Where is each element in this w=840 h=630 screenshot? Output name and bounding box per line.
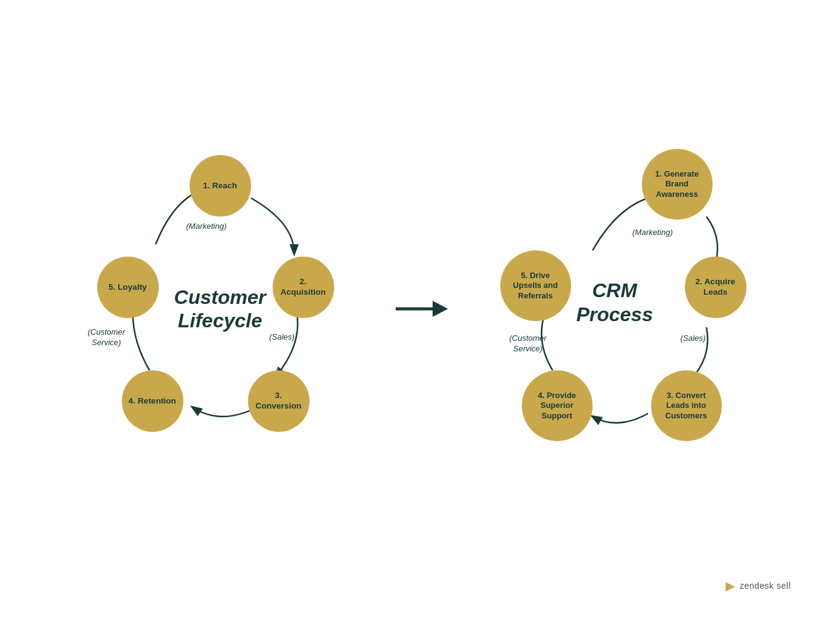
node-provide-support: 4. ProvideSuperiorSupport <box>522 370 593 441</box>
node-brand-awareness: 1. GenerateBrandAwareness <box>642 149 713 220</box>
connecting-arrow <box>393 293 448 324</box>
label-customer-service-left: (CustomerService) <box>88 327 126 348</box>
diagrams-wrapper: 1. Reach 2. Acquisition 3. Conversion 4.… <box>85 143 756 475</box>
svg-marker-1 <box>433 301 448 317</box>
node-acquisition: 2. Acquisition <box>273 257 334 318</box>
label-marketing-right: (Marketing) <box>633 228 673 238</box>
node-conversion: 3. Conversion <box>248 370 310 432</box>
right-cycle-diagram: 1. GenerateBrandAwareness 2. AcquireLead… <box>485 143 756 475</box>
main-container: 1. Reach 2. Acquisition 3. Conversion 4.… <box>0 0 840 630</box>
label-sales-left: (Sales) <box>270 332 295 343</box>
node-convert-leads: 3. ConvertLeads intoCustomers <box>651 370 722 441</box>
node-acquire-leads: 2. AcquireLeads <box>685 257 746 318</box>
node-loyalty: 5. Loyalty <box>97 257 159 318</box>
node-reach: 1. Reach <box>190 155 251 217</box>
brand-section: ▶ zendesk sell <box>726 578 791 593</box>
label-customer-service-right: (CustomerService) <box>510 333 547 354</box>
left-cycle-diagram: 1. Reach 2. Acquisition 3. Conversion 4.… <box>85 143 356 475</box>
label-marketing-left: (Marketing) <box>186 221 227 232</box>
brand-name: zendesk sell <box>740 581 791 591</box>
node-retention: 4. Retention <box>122 370 183 432</box>
node-drive-upsells: 5. DriveUpsells andReferrals <box>500 250 571 321</box>
brand-icon: ▶ <box>726 578 735 593</box>
label-sales-right: (Sales) <box>681 333 706 344</box>
big-arrow-svg <box>393 293 448 324</box>
